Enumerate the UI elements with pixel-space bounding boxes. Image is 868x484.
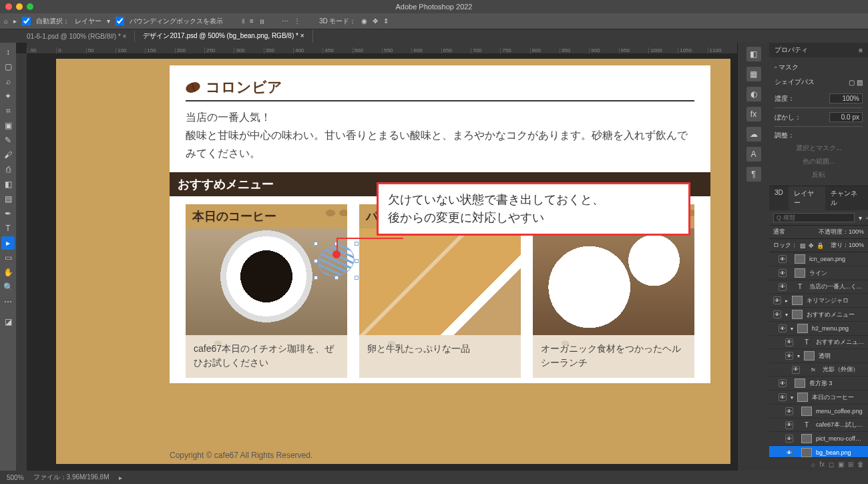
auto-select-checkbox[interactable] (22, 17, 31, 25)
opacity-value[interactable]: 100% (849, 228, 864, 235)
character-panel-icon[interactable]: A (746, 147, 761, 162)
layer-row[interactable]: 👁 pict_menu-coffee.jpg-8 (769, 432, 868, 446)
panel-menu-icon[interactable]: ≡ (859, 47, 863, 54)
color-range-button[interactable]: 色の範囲... (775, 155, 863, 168)
layer-row[interactable]: 👁 menu_coffee.png (769, 405, 868, 419)
layers-list[interactable]: 👁 icn_oean.png 👁 ライン 👁 T 当店の一番人...ください。 … (769, 252, 868, 457)
handle-tr[interactable] (355, 242, 359, 246)
layer-row[interactable]: 👁 ▸ キリマンジャロ (769, 294, 868, 308)
new-layer-icon[interactable]: ⊞ (848, 461, 853, 468)
visibility-toggle-icon[interactable]: 👁 (779, 269, 787, 277)
stamp-tool[interactable]: ⎙ (1, 163, 15, 176)
home-icon[interactable]: ⌂ (4, 17, 8, 25)
tab-layers[interactable]: レイヤー (789, 186, 825, 210)
mask-thumb-icon[interactable]: ▢ ▨ (849, 79, 863, 86)
link-layers-icon[interactable]: ⌕ (811, 461, 815, 468)
wand-tool[interactable]: ✦ (1, 89, 15, 103)
shape-tool[interactable]: ▭ (1, 251, 15, 264)
move-tool[interactable]: ↕ (1, 45, 15, 59)
close-icon[interactable]: × (300, 32, 304, 39)
visibility-toggle-icon[interactable]: 👁 (773, 310, 781, 318)
blend-mode-select[interactable]: 通常 (773, 228, 785, 236)
auto-select-target[interactable]: レイヤー (75, 17, 101, 26)
visibility-toggle-icon[interactable]: 👁 (785, 338, 793, 346)
lock-all-icon[interactable]: 🔒 (817, 242, 824, 249)
eraser-tool[interactable]: ◧ (1, 178, 15, 191)
close-icon[interactable]: × (123, 33, 127, 40)
fill-value[interactable]: 100% (849, 242, 864, 248)
color-panel-icon[interactable]: ◧ (746, 47, 761, 61)
lasso-tool[interactable]: ⌕ (1, 75, 15, 88)
visibility-toggle-icon[interactable]: 👁 (785, 407, 793, 415)
handle-bl[interactable] (314, 276, 318, 280)
close-icon[interactable] (5, 3, 12, 10)
invert-button[interactable]: 反転 (775, 168, 863, 182)
lock-pixels-icon[interactable]: ▨ (800, 242, 806, 249)
layer-row[interactable]: 👁 ▾ おすすめメニュー (769, 308, 868, 322)
visibility-toggle-icon[interactable]: 👁 (779, 393, 787, 401)
canvas-area[interactable]: -500501001502002503003504004505005506006… (16, 43, 737, 471)
layer-row[interactable]: 👁 icn_oean.png (769, 252, 868, 266)
visibility-toggle-icon[interactable]: 👁 (785, 421, 793, 429)
zoom-tool[interactable]: 🔍 (1, 280, 15, 294)
distribute-icon-2[interactable]: ⋮ (294, 17, 300, 25)
paragraph-panel-icon[interactable]: ¶ (746, 167, 761, 182)
visibility-toggle-icon[interactable]: 👁 (785, 435, 793, 443)
layer-row[interactable]: 👁 fx 光影（外側） (769, 363, 868, 377)
layer-row[interactable]: 👁 ▾ 本日のコーヒー (769, 391, 868, 405)
brush-tool[interactable]: 🖌 (1, 148, 15, 162)
chevron-right-icon[interactable]: ▸ (119, 474, 122, 481)
layer-row[interactable]: 👁 T おすすめメニュー … (769, 336, 868, 349)
foreground-background-colors[interactable]: ◪ (1, 315, 15, 328)
handle-br[interactable] (355, 276, 359, 280)
minimize-icon[interactable] (16, 3, 23, 10)
zoom-level[interactable]: 500% (7, 474, 24, 481)
gradient-tool[interactable]: ▤ (1, 192, 15, 206)
select-mask-button[interactable]: 選択とマスク... (775, 142, 863, 155)
align-icon-3[interactable]: ⫼ (259, 17, 266, 25)
visibility-toggle-icon[interactable]: 👁 (792, 366, 800, 374)
visibility-toggle-icon[interactable]: 👁 (779, 283, 787, 291)
layer-row[interactable]: 👁 T 当店の一番人...ください。 (769, 280, 868, 294)
delete-layer-icon[interactable]: 🗑 (857, 461, 864, 468)
tab-channels[interactable]: チャンネル (825, 186, 868, 210)
orbit-icon[interactable]: ◉ (361, 17, 367, 25)
edit-toolbar[interactable]: ⋯ (1, 295, 15, 308)
layer-row[interactable]: 👁 ▾ h2_menu.png (769, 322, 868, 336)
visibility-toggle-icon[interactable]: 👁 (785, 352, 793, 360)
dolly-icon[interactable]: ⇕ (383, 17, 389, 25)
libraries-panel-icon[interactable]: ☁ (746, 127, 761, 142)
distribute-icon-1[interactable]: ⋯ (282, 17, 288, 25)
handle-tl[interactable] (314, 242, 318, 246)
crop-tool[interactable]: ⌗ (1, 104, 15, 117)
frame-tool[interactable]: ▣ (1, 119, 15, 132)
layer-row[interactable]: 👁 T cafe67本...試しください (769, 419, 868, 432)
bbox-checkbox[interactable] (116, 17, 124, 25)
layer-row[interactable]: 👁 bg_bean.png (769, 446, 868, 457)
handle-mr[interactable] (355, 259, 359, 263)
new-group-icon[interactable]: ▣ (838, 461, 844, 468)
type-tool[interactable]: T (1, 222, 15, 235)
marquee-tool[interactable]: ▢ (1, 60, 15, 73)
visibility-toggle-icon[interactable]: 👁 (779, 324, 787, 332)
align-icon-2[interactable]: ≡ (250, 17, 254, 25)
pen-tool[interactable]: ✒ (1, 207, 15, 220)
dropdown-icon[interactable]: ▾ (107, 17, 110, 25)
styles-panel-icon[interactable]: fx (746, 107, 761, 122)
visibility-toggle-icon[interactable]: 👁 (779, 379, 787, 387)
feather-value[interactable]: 0.0 px (829, 112, 863, 122)
properties-panel-tab[interactable]: プロパティ ≡ (769, 43, 868, 57)
layer-fx-icon[interactable]: fx (819, 461, 825, 468)
lock-position-icon[interactable]: ✥ (809, 242, 814, 249)
adjustments-panel-icon[interactable]: ◐ (746, 87, 761, 101)
handle-ml[interactable] (314, 259, 318, 263)
document-tab-active[interactable]: デザイン2017.psd @ 500% (bg_bean.png, RGB/8)… (135, 29, 312, 43)
density-value[interactable]: 100% (829, 93, 863, 103)
move-tool-icon[interactable]: ▸ (13, 17, 17, 25)
swatches-panel-icon[interactable]: ▦ (746, 67, 761, 81)
layer-mask-icon[interactable]: ◻ (829, 461, 834, 468)
hand-tool[interactable]: ✋ (1, 266, 15, 279)
path-select-tool[interactable]: ▸ (1, 236, 15, 250)
tab-3d[interactable]: 3D (769, 186, 789, 210)
visibility-toggle-icon[interactable]: 👁 (779, 255, 787, 263)
